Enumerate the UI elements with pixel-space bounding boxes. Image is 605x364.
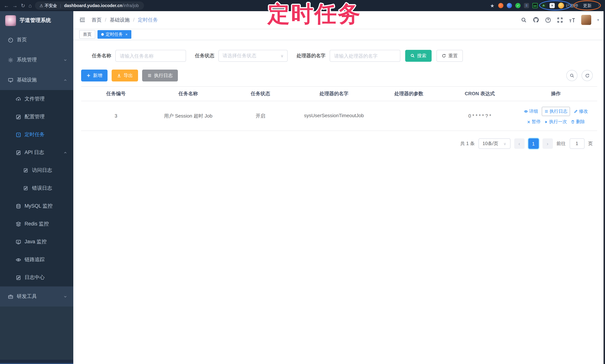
- col-job-id: 任务编号: [81, 87, 151, 101]
- browser-home-icon[interactable]: ⌂: [28, 3, 32, 8]
- profile-chip[interactable]: 已暂停: [558, 3, 578, 9]
- window-scrollbar[interactable]: [604, 11, 605, 364]
- app-logo: [5, 15, 16, 26]
- edit-link[interactable]: 修改: [574, 108, 588, 115]
- chevron-down-icon: ∨: [281, 53, 284, 58]
- tab-label: 首页: [83, 31, 92, 37]
- close-icon[interactable]: ×: [125, 32, 128, 36]
- sidebar-item-file-manage[interactable]: 文件管理: [0, 90, 73, 108]
- row-job-log-link[interactable]: 执行日志: [542, 107, 570, 116]
- cell-job-id: 3: [81, 101, 151, 131]
- address-bar[interactable]: ⚠ 不安全 | dashboard.yudao.iocoder.cn/infra…: [35, 1, 144, 10]
- sidebar-item-infra[interactable]: 基础设施: [0, 70, 73, 90]
- help-icon[interactable]: [545, 17, 551, 23]
- sidebar-filler: [0, 307, 73, 360]
- github-icon[interactable]: [533, 17, 539, 23]
- font-size-icon[interactable]: [569, 17, 575, 23]
- extension-check-icon[interactable]: ✓: [515, 3, 521, 8]
- sidebar-item-label: Redis 监控: [25, 221, 49, 227]
- sidebar-item-dev-tools[interactable]: 研发工具: [0, 286, 73, 307]
- sidebar-item-mysql-monitor[interactable]: MySQL 监控: [0, 197, 73, 215]
- tab-label: 定时任务: [106, 31, 123, 37]
- app-logo-row[interactable]: 芋道管理系统: [0, 11, 73, 30]
- job-status-select[interactable]: 请选择任务状态 ∨: [218, 50, 288, 62]
- run-once-link[interactable]: 执行一次: [544, 119, 567, 125]
- reset-button[interactable]: 重置: [436, 50, 463, 62]
- select-placeholder: 请选择任务状态: [223, 52, 278, 59]
- sidebar-item-redis-monitor[interactable]: Redis 监控: [0, 215, 73, 233]
- goto-label: 前往: [556, 141, 566, 147]
- jobs-table: 任务编号 任务名称 任务状态 处理器的名字 处理器的参数 CRON 表达式 操作…: [81, 86, 597, 131]
- sidebar-item-tracing[interactable]: 链路追踪: [0, 251, 73, 269]
- page-size-value: 10条/页: [483, 141, 498, 147]
- url-path: /infra/job: [122, 3, 139, 8]
- chrome-update-button[interactable]: 更新: [581, 3, 593, 8]
- extension-orange-icon[interactable]: [498, 3, 503, 8]
- goto-unit: 页: [588, 141, 593, 147]
- page-size-select[interactable]: 10条/页 ∨: [478, 138, 510, 149]
- job-log-button[interactable]: 执行日志: [142, 70, 178, 81]
- sidebar-item-label: 链路追踪: [25, 256, 45, 263]
- sidebar-item-log-center[interactable]: 日志中心: [0, 269, 73, 286]
- add-button[interactable]: 新增: [81, 70, 107, 81]
- browser-menu-icon[interactable]: ⋮: [596, 3, 601, 8]
- page-url[interactable]: dashboard.yudao.iocoder.cn/infra/job: [64, 3, 139, 8]
- bookmark-star-icon[interactable]: ★: [490, 3, 495, 8]
- extension-blue-icon[interactable]: [507, 3, 512, 8]
- sidebar-item-label: 系统管理: [17, 57, 37, 63]
- user-menu-caret-icon[interactable]: ▾: [597, 18, 599, 22]
- infra-submenu: 文件管理 配置管理 定时任务 API 日志 访问日志: [0, 90, 73, 286]
- security-status[interactable]: ⚠ 不安全: [39, 3, 57, 8]
- x-icon: [527, 120, 531, 124]
- sidebar-item-system[interactable]: 系统管理: [0, 50, 73, 70]
- browser-forward-icon[interactable]: →: [12, 3, 17, 8]
- profile-emoji-avatar: [558, 3, 564, 9]
- sidebar-collapse-icon[interactable]: [79, 17, 86, 23]
- sidebar-item-label: 基础设施: [17, 77, 37, 83]
- sidebar-item-api-log[interactable]: API 日志: [0, 143, 73, 161]
- tab-scheduled-jobs[interactable]: 定时任务 ×: [97, 30, 131, 39]
- eye-icon: [524, 109, 528, 114]
- fullscreen-icon[interactable]: [557, 17, 563, 23]
- search-icon[interactable]: [521, 17, 527, 23]
- cell-cron: 0 * * * * ? *: [445, 101, 514, 131]
- sidebar-item-label: API 日志: [25, 149, 44, 156]
- user-avatar[interactable]: [581, 15, 591, 25]
- toggle-search-button[interactable]: [566, 70, 578, 81]
- app-title: 芋道管理系统: [20, 17, 51, 24]
- pencil-icon: [574, 109, 578, 114]
- detail-link[interactable]: 详细: [524, 108, 538, 115]
- tab-home[interactable]: 首页: [79, 30, 95, 39]
- database-icon: [16, 203, 21, 209]
- doc-edit-icon: [23, 168, 29, 173]
- page-number-1[interactable]: 1: [528, 138, 539, 149]
- sidebar-item-java-monitor[interactable]: Java 监控: [0, 233, 73, 251]
- schedule-icon: [16, 132, 21, 137]
- goto-page-input[interactable]: [569, 138, 584, 149]
- pause-link[interactable]: 暂停: [527, 119, 541, 125]
- next-page-button[interactable]: ›: [542, 138, 553, 149]
- sidebar-item-access-log[interactable]: 访问日志: [0, 161, 73, 179]
- extension-on-badge-icon[interactable]: on: [532, 3, 538, 8]
- delete-link[interactable]: 删除: [571, 119, 585, 125]
- extension-leaf-icon[interactable]: ☘: [541, 3, 546, 8]
- breadcrumb-infra[interactable]: 基础设施: [110, 16, 130, 23]
- handler-name-input[interactable]: [330, 50, 400, 62]
- browser-back-icon[interactable]: ←: [4, 3, 9, 8]
- job-name-input[interactable]: [115, 50, 186, 62]
- job-status-label: 任务状态: [195, 52, 214, 59]
- sidebar-item-home[interactable]: 首页: [0, 30, 73, 50]
- pause-link-label: 暂停: [532, 119, 541, 125]
- search-button[interactable]: 搜索: [405, 50, 432, 62]
- trash-icon: [571, 120, 575, 124]
- prev-page-button[interactable]: ‹: [514, 138, 525, 149]
- extensions-puzzle-icon[interactable]: ✦: [550, 3, 555, 8]
- browser-reload-icon[interactable]: ↻: [21, 3, 25, 8]
- sidebar-item-error-log[interactable]: 错误日志: [0, 179, 73, 197]
- breadcrumb-home[interactable]: 首页: [92, 16, 102, 23]
- extension-grid-icon[interactable]: ⠿: [524, 3, 529, 8]
- refresh-button[interactable]: [581, 70, 593, 81]
- sidebar-item-config-manage[interactable]: 配置管理: [0, 108, 73, 126]
- sidebar-item-scheduled-jobs[interactable]: 定时任务: [0, 126, 73, 143]
- export-button[interactable]: 导出: [112, 70, 138, 81]
